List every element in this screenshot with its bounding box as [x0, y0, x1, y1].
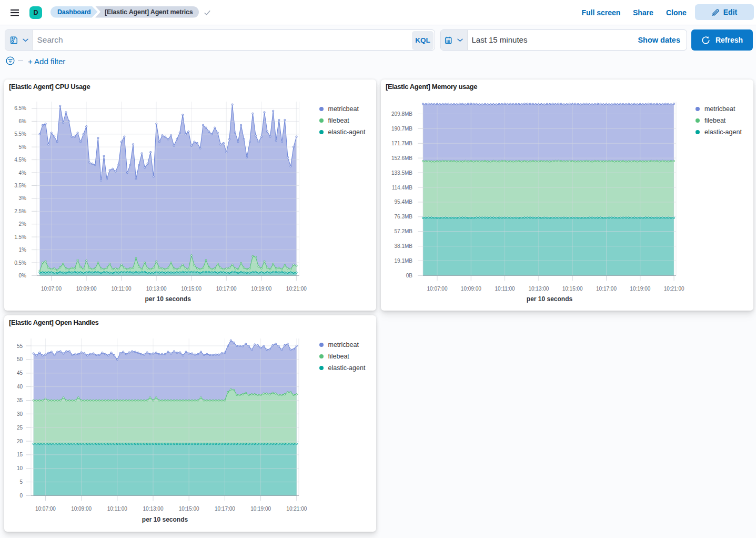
svg-text:10:15:00: 10:15:00	[179, 506, 199, 512]
svg-text:[Elastic Agent] Open Handles: [Elastic Agent] Open Handles	[9, 318, 99, 326]
svg-text:55: 55	[17, 343, 23, 349]
svg-text:10:17:00: 10:17:00	[596, 286, 617, 292]
svg-text:10:21:00: 10:21:00	[286, 286, 307, 292]
svg-text:25: 25	[17, 425, 23, 431]
svg-text:171.7MB: 171.7MB	[391, 141, 412, 146]
svg-text:6.5%: 6.5%	[14, 105, 26, 111]
svg-text:10:07:00: 10:07:00	[35, 506, 56, 512]
svg-text:10:09:00: 10:09:00	[461, 286, 481, 292]
svg-text:5: 5	[19, 479, 23, 485]
svg-text:38.1MB: 38.1MB	[395, 243, 413, 249]
svg-text:152.6MB: 152.6MB	[391, 155, 412, 161]
svg-text:10:21:00: 10:21:00	[664, 286, 684, 292]
svg-text:1.5%: 1.5%	[14, 234, 26, 240]
svg-text:0.5%: 0.5%	[14, 260, 26, 266]
svg-text:per 10 seconds: per 10 seconds	[145, 295, 191, 303]
svg-text:4.5%: 4.5%	[14, 157, 26, 163]
svg-text:10:17:00: 10:17:00	[216, 286, 237, 292]
svg-text:30: 30	[17, 411, 23, 417]
svg-text:[Elastic Agent] Memory usage: [Elastic Agent] Memory usage	[386, 83, 477, 91]
svg-text:10:07:00: 10:07:00	[41, 286, 62, 292]
svg-text:metricbeat: metricbeat	[704, 105, 735, 113]
svg-text:0B: 0B	[406, 273, 413, 278]
svg-text:filebeat: filebeat	[704, 117, 726, 124]
svg-text:6%: 6%	[19, 118, 27, 124]
svg-text:[Elastic Agent] CPU Usage: [Elastic Agent] CPU Usage	[9, 83, 90, 91]
svg-text:elastic-agent: elastic-agent	[704, 128, 742, 136]
svg-text:metricbeat: metricbeat	[328, 341, 359, 348]
svg-text:filebeat: filebeat	[328, 353, 350, 360]
svg-text:19.1MB: 19.1MB	[395, 258, 413, 264]
svg-text:10:11:00: 10:11:00	[107, 506, 128, 512]
svg-text:10:13:00: 10:13:00	[528, 286, 549, 292]
svg-text:10:15:00: 10:15:00	[181, 286, 201, 292]
svg-text:4%: 4%	[19, 170, 27, 176]
svg-text:2%: 2%	[19, 221, 27, 227]
svg-text:114.4MB: 114.4MB	[392, 185, 413, 191]
svg-text:190.7MB: 190.7MB	[391, 126, 412, 132]
svg-text:15: 15	[17, 452, 23, 457]
svg-text:76.3MB: 76.3MB	[395, 214, 413, 220]
svg-text:10:11:00: 10:11:00	[112, 286, 132, 292]
svg-text:10:19:00: 10:19:00	[250, 506, 271, 512]
svg-text:57.2MB: 57.2MB	[395, 228, 413, 234]
svg-text:50: 50	[17, 356, 23, 362]
svg-text:10:09:00: 10:09:00	[71, 506, 92, 512]
svg-text:10:19:00: 10:19:00	[251, 286, 271, 292]
svg-text:metricbeat: metricbeat	[328, 105, 359, 113]
svg-text:3.5%: 3.5%	[14, 183, 26, 188]
svg-text:45: 45	[17, 370, 23, 376]
svg-text:0: 0	[19, 493, 23, 499]
svg-text:10:11:00: 10:11:00	[495, 286, 516, 292]
svg-text:5%: 5%	[19, 144, 27, 150]
svg-text:20: 20	[17, 439, 23, 444]
svg-text:10:13:00: 10:13:00	[146, 286, 167, 292]
svg-text:1%: 1%	[19, 247, 27, 253]
svg-text:10:15:00: 10:15:00	[562, 286, 583, 292]
svg-text:10:17:00: 10:17:00	[215, 506, 235, 512]
svg-text:per 10 seconds: per 10 seconds	[142, 516, 188, 523]
svg-text:10:21:00: 10:21:00	[286, 506, 307, 512]
svg-text:elastic-agent: elastic-agent	[328, 364, 366, 372]
svg-text:209.8MB: 209.8MB	[391, 111, 412, 117]
svg-text:elastic-agent: elastic-agent	[328, 128, 366, 136]
svg-text:10:07:00: 10:07:00	[427, 286, 448, 292]
svg-text:5.5%: 5.5%	[14, 131, 26, 137]
svg-text:10:09:00: 10:09:00	[76, 286, 97, 292]
svg-text:2.5%: 2.5%	[14, 208, 26, 214]
svg-text:0%: 0%	[19, 273, 27, 278]
svg-text:40: 40	[17, 384, 23, 390]
svg-text:per 10 seconds: per 10 seconds	[527, 295, 573, 303]
svg-text:133.5MB: 133.5MB	[391, 170, 412, 176]
svg-text:10: 10	[17, 465, 23, 471]
svg-text:95.4MB: 95.4MB	[395, 199, 413, 205]
svg-text:3%: 3%	[19, 195, 27, 201]
svg-text:filebeat: filebeat	[328, 117, 350, 124]
svg-text:10:13:00: 10:13:00	[143, 506, 164, 512]
svg-text:10:19:00: 10:19:00	[630, 286, 650, 292]
svg-text:35: 35	[17, 397, 23, 403]
